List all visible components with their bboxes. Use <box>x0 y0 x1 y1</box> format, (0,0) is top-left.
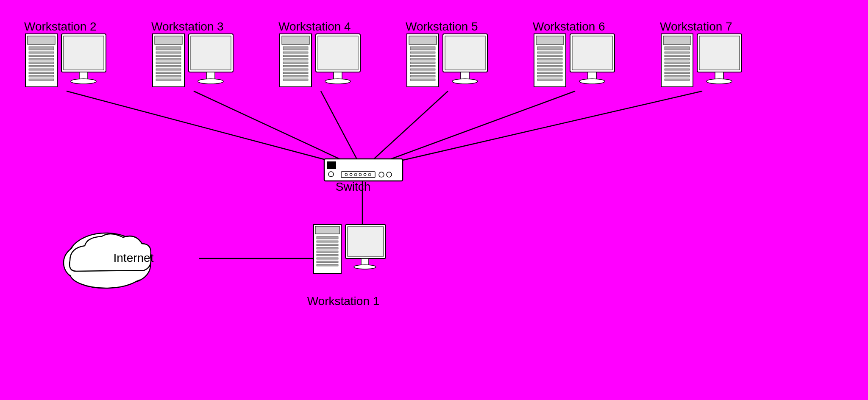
svg-rect-122 <box>317 247 338 249</box>
switch-label: Switch <box>336 180 370 193</box>
ws5-label: Workstation 5 <box>406 20 478 33</box>
svg-rect-35 <box>156 75 181 77</box>
svg-rect-43 <box>283 47 308 50</box>
svg-rect-16 <box>29 65 54 67</box>
ws7-label: Workstation 7 <box>660 20 732 33</box>
svg-rect-124 <box>317 254 338 256</box>
svg-point-72 <box>452 79 478 84</box>
svg-rect-83 <box>537 75 562 77</box>
svg-rect-98 <box>665 72 690 74</box>
svg-rect-90 <box>663 36 691 44</box>
svg-rect-59 <box>410 47 435 50</box>
svg-rect-118 <box>315 226 339 234</box>
svg-rect-106 <box>327 161 336 169</box>
svg-rect-46 <box>283 58 308 60</box>
ws3-label: Workstation 3 <box>151 20 224 33</box>
svg-rect-48 <box>283 65 308 67</box>
svg-rect-63 <box>410 62 435 64</box>
svg-point-131 <box>354 265 376 269</box>
svg-rect-96 <box>665 65 690 67</box>
svg-rect-130 <box>361 258 369 265</box>
svg-rect-97 <box>665 69 690 70</box>
svg-rect-64 <box>410 65 435 67</box>
ws2-label: Workstation 2 <box>24 20 97 33</box>
svg-rect-65 <box>410 69 435 70</box>
svg-rect-54 <box>318 36 358 70</box>
svg-rect-26 <box>155 36 182 44</box>
svg-point-40 <box>198 79 223 84</box>
svg-rect-38 <box>191 36 231 70</box>
svg-rect-121 <box>317 244 338 246</box>
svg-rect-66 <box>410 72 435 74</box>
svg-rect-58 <box>409 36 437 44</box>
svg-rect-12 <box>29 52 54 53</box>
svg-rect-92 <box>665 52 690 53</box>
svg-rect-19 <box>29 75 54 77</box>
svg-rect-68 <box>410 79 435 81</box>
svg-rect-44 <box>283 52 308 53</box>
svg-rect-80 <box>537 65 562 67</box>
svg-rect-34 <box>156 72 181 74</box>
svg-rect-22 <box>64 36 104 70</box>
svg-rect-42 <box>282 36 309 44</box>
svg-rect-94 <box>665 58 690 60</box>
svg-rect-77 <box>537 55 562 57</box>
svg-rect-123 <box>317 251 338 253</box>
svg-point-104 <box>707 79 732 84</box>
svg-rect-67 <box>410 75 435 77</box>
svg-rect-95 <box>665 62 690 64</box>
svg-rect-33 <box>156 69 181 70</box>
svg-rect-32 <box>156 65 181 67</box>
svg-rect-13 <box>29 55 54 57</box>
network-diagram: Workstation 2 Workstation 3 <box>0 0 868 400</box>
svg-rect-126 <box>317 261 338 263</box>
svg-rect-99 <box>665 75 690 77</box>
svg-rect-27 <box>156 47 181 50</box>
svg-rect-28 <box>156 52 181 53</box>
svg-rect-79 <box>537 62 562 64</box>
ws4-label: Workstation 4 <box>278 20 351 33</box>
svg-rect-30 <box>156 58 181 60</box>
internet-label: Internet <box>114 251 154 264</box>
svg-rect-61 <box>410 55 435 57</box>
ws1-label: Workstation 1 <box>307 294 380 308</box>
svg-rect-36 <box>156 79 181 81</box>
svg-rect-70 <box>445 36 485 70</box>
svg-rect-45 <box>283 55 308 57</box>
svg-rect-20 <box>29 79 54 81</box>
svg-rect-129 <box>348 227 384 256</box>
svg-rect-17 <box>29 69 54 70</box>
svg-rect-84 <box>537 79 562 81</box>
svg-rect-10 <box>28 36 55 44</box>
svg-rect-100 <box>665 79 690 81</box>
svg-rect-49 <box>283 69 308 70</box>
svg-rect-125 <box>317 258 338 259</box>
svg-rect-75 <box>537 47 562 50</box>
svg-rect-78 <box>537 58 562 60</box>
svg-rect-50 <box>283 72 308 74</box>
switch-icon <box>324 159 403 181</box>
svg-rect-51 <box>283 75 308 77</box>
svg-rect-120 <box>317 241 338 242</box>
svg-rect-11 <box>29 47 54 50</box>
svg-point-56 <box>325 79 351 84</box>
svg-point-24 <box>71 79 96 84</box>
ws6-label: Workstation 6 <box>533 20 605 33</box>
svg-rect-82 <box>537 72 562 74</box>
svg-rect-14 <box>29 58 54 60</box>
svg-rect-47 <box>283 62 308 64</box>
svg-rect-31 <box>156 62 181 64</box>
svg-rect-127 <box>317 264 338 266</box>
svg-point-88 <box>579 79 605 84</box>
svg-rect-93 <box>665 55 690 57</box>
svg-rect-81 <box>537 69 562 70</box>
svg-rect-74 <box>536 36 564 44</box>
svg-rect-29 <box>156 55 181 57</box>
svg-rect-91 <box>665 47 690 50</box>
svg-rect-62 <box>410 58 435 60</box>
svg-rect-60 <box>410 52 435 53</box>
svg-rect-86 <box>572 36 612 70</box>
svg-rect-18 <box>29 72 54 74</box>
svg-rect-119 <box>317 236 338 239</box>
svg-rect-15 <box>29 62 54 64</box>
